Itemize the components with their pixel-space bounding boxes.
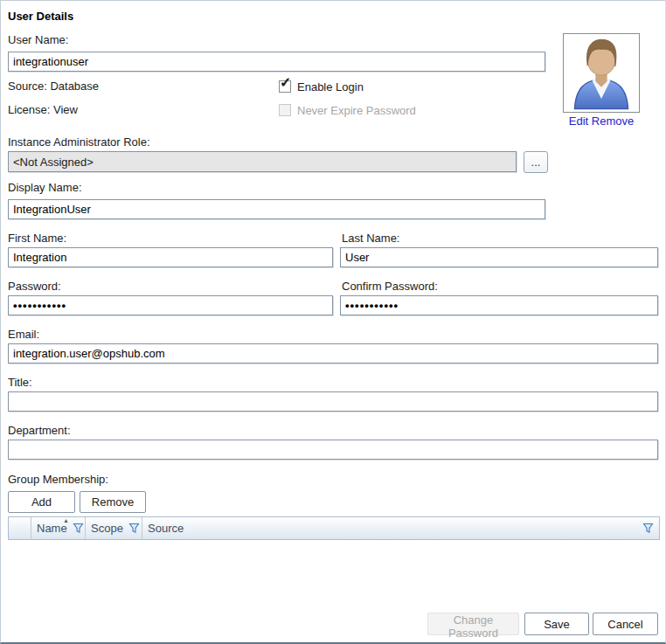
user-name-label: User Name: bbox=[8, 33, 68, 46]
filter-icon[interactable] bbox=[73, 523, 84, 534]
password-input[interactable] bbox=[8, 295, 333, 315]
avatar-actions: Edit Remove bbox=[563, 114, 640, 128]
group-membership-label: Group Membership: bbox=[8, 473, 108, 486]
filter-icon[interactable] bbox=[128, 523, 140, 534]
avatar bbox=[563, 33, 640, 113]
last-name-input[interactable] bbox=[340, 247, 658, 267]
never-expire-password-checkbox[interactable] bbox=[279, 104, 291, 116]
instance-admin-role-label: Instance Administrator Role: bbox=[8, 135, 150, 149]
first-name-input[interactable] bbox=[8, 247, 333, 267]
group-table-header: ▲ Name Scope Source bbox=[8, 516, 660, 540]
change-password-button[interactable]: Change Password bbox=[427, 613, 519, 635]
avatar-edit-link[interactable]: Edit bbox=[569, 114, 588, 128]
filter-icon[interactable] bbox=[642, 523, 654, 534]
check-icon: ✓ bbox=[280, 76, 291, 90]
group-remove-button[interactable]: Remove bbox=[80, 491, 146, 513]
column-source-label: Source bbox=[148, 522, 184, 535]
group-table-body bbox=[8, 540, 660, 603]
user-avatar-image bbox=[565, 35, 638, 111]
enable-login-label: Enable Login bbox=[297, 80, 364, 93]
department-label: Department: bbox=[8, 424, 71, 437]
save-button[interactable]: Save bbox=[524, 613, 589, 635]
confirm-password-input[interactable] bbox=[340, 295, 658, 315]
user-name-input[interactable] bbox=[8, 52, 545, 72]
cancel-button[interactable]: Cancel bbox=[593, 613, 658, 635]
sort-ascending-icon: ▲ bbox=[63, 517, 69, 523]
column-scope-label: Scope bbox=[91, 522, 123, 535]
title-label: Title: bbox=[8, 376, 32, 389]
row-selector-column-header[interactable] bbox=[9, 517, 31, 539]
source-text: Source: Database bbox=[8, 80, 99, 93]
user-details-panel: User Details User Name: Source: Database… bbox=[0, 0, 666, 644]
email-label: Email: bbox=[8, 328, 39, 341]
never-expire-password-label: Never Expire Password bbox=[297, 104, 416, 117]
display-name-label: Display Name: bbox=[8, 181, 82, 194]
title-input[interactable] bbox=[8, 391, 658, 412]
last-name-label: Last Name: bbox=[342, 232, 399, 245]
confirm-password-label: Confirm Password: bbox=[342, 280, 438, 293]
enable-login-checkbox[interactable]: ✓ bbox=[279, 80, 291, 93]
column-header-scope[interactable]: Scope bbox=[86, 517, 142, 539]
role-browse-button[interactable]: ... bbox=[524, 151, 548, 173]
group-add-button[interactable]: Add bbox=[8, 491, 75, 513]
first-name-label: First Name: bbox=[8, 232, 66, 245]
instance-admin-role-input[interactable] bbox=[8, 151, 517, 172]
column-header-name[interactable]: ▲ Name bbox=[31, 517, 86, 539]
page-title: User Details bbox=[8, 10, 73, 23]
avatar-remove-link[interactable]: Remove bbox=[592, 114, 634, 128]
license-text: License: View bbox=[8, 103, 78, 116]
password-label: Password: bbox=[8, 280, 61, 293]
column-header-source[interactable]: Source bbox=[142, 517, 659, 539]
column-name-label: Name bbox=[37, 522, 67, 535]
display-name-input[interactable] bbox=[8, 199, 545, 219]
email-input[interactable] bbox=[8, 343, 658, 364]
department-input[interactable] bbox=[8, 440, 658, 460]
